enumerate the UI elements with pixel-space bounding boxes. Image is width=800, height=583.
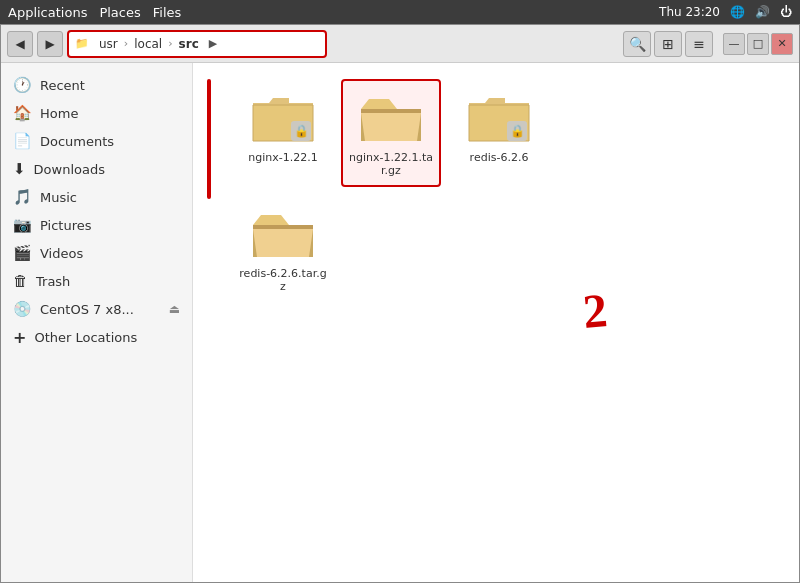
documents-icon: 📄 [13, 132, 32, 150]
pictures-icon: 📷 [13, 216, 32, 234]
sidebar-label-music: Music [40, 190, 77, 205]
system-bar: Applications Places Files Thu 23:20 🌐 🔊 … [0, 0, 800, 24]
sidebar-item-pictures[interactable]: 📷 Pictures [1, 211, 192, 239]
places-menu[interactable]: Places [99, 5, 140, 20]
sidebar-label-documents: Documents [40, 134, 114, 149]
breadcrumb-sep-2: › [168, 37, 172, 50]
downloads-icon: ⬇ [13, 160, 26, 178]
back-button[interactable]: ◀ [7, 31, 33, 57]
folder-icon-nginx-targz [359, 89, 423, 145]
sidebar-item-music[interactable]: 🎵 Music [1, 183, 192, 211]
system-bar-left: Applications Places Files [8, 5, 181, 20]
folder-icon-nginx: 🔒 [251, 89, 315, 145]
sidebar-label-pictures: Pictures [40, 218, 91, 233]
file-item-nginx-targz[interactable]: nginx-1.22.1.tar.gz [341, 79, 441, 187]
file-item-redis-folder[interactable]: 🔒 redis-6.2.6 [449, 79, 549, 187]
breadcrumb-folder-icon[interactable]: 📁 [71, 35, 93, 52]
file-item-nginx-folder[interactable]: 🔒 nginx-1.22.1 [233, 79, 333, 187]
sidebar-item-other-locations[interactable]: + Other Locations [1, 323, 192, 352]
lock-badge-redis: 🔒 [507, 121, 527, 141]
sidebar-label-trash: Trash [36, 274, 70, 289]
system-time: Thu 23:20 [659, 5, 720, 19]
other-locations-icon: + [13, 328, 26, 347]
breadcrumb-usr[interactable]: usr [93, 35, 124, 53]
sidebar-item-trash[interactable]: 🗑 Trash [1, 267, 192, 295]
minimize-button[interactable]: — [723, 33, 745, 55]
sidebar-item-documents[interactable]: 📄 Documents [1, 127, 192, 155]
sidebar-label-downloads: Downloads [34, 162, 105, 177]
network-icon: 🌐 [730, 5, 745, 19]
file-manager-window: ◀ ▶ 📁 usr › local › src ▶ 🔍 ⊞ ≡ — □ ✕ [0, 24, 800, 583]
breadcrumb-bar: 📁 usr › local › src ▶ [67, 30, 327, 58]
files-grid: 🔒 nginx-1.22.1 [209, 79, 783, 303]
centos-icon: 💿 [13, 300, 32, 318]
folder-icon-redis: 🔒 [467, 89, 531, 145]
file-label-redis-targz: redis-6.2.6.tar.gz [239, 267, 327, 293]
sidebar-item-centos[interactable]: 💿 CentOS 7 x8... ⏏ [1, 295, 192, 323]
app-menu[interactable]: Applications [8, 5, 87, 20]
eject-icon[interactable]: ⏏ [169, 302, 180, 316]
sidebar-item-home[interactable]: 🏠 Home [1, 99, 192, 127]
toolbar: ◀ ▶ 📁 usr › local › src ▶ 🔍 ⊞ ≡ — □ ✕ [1, 25, 799, 63]
file-label-redis-folder: redis-6.2.6 [470, 151, 529, 164]
breadcrumb-more-icon[interactable]: ▶ [205, 35, 221, 52]
search-button[interactable]: 🔍 [623, 31, 651, 57]
volume-icon: 🔊 [755, 5, 770, 19]
breadcrumb-local[interactable]: local [128, 35, 168, 53]
sidebar-item-recent[interactable]: 🕐 Recent [1, 71, 192, 99]
sidebar-label-other-locations: Other Locations [34, 330, 137, 345]
toolbar-right: 🔍 ⊞ ≡ [623, 31, 713, 57]
lock-badge: 🔒 [291, 121, 311, 141]
sidebar-item-downloads[interactable]: ⬇ Downloads [1, 155, 192, 183]
sidebar-item-videos[interactable]: 🎬 Videos [1, 239, 192, 267]
file-area: 2 [193, 63, 799, 582]
window-controls: — □ ✕ [723, 33, 793, 55]
sidebar-label-recent: Recent [40, 78, 85, 93]
annotation-line [207, 79, 211, 199]
folder-icon-redis-targz [251, 205, 315, 261]
power-icon[interactable]: ⏻ [780, 5, 792, 19]
breadcrumb-src[interactable]: src [173, 35, 205, 53]
file-label-nginx-targz: nginx-1.22.1.tar.gz [347, 151, 435, 177]
file-label-nginx-folder: nginx-1.22.1 [248, 151, 317, 164]
view-grid-button[interactable]: ⊞ [654, 31, 682, 57]
music-icon: 🎵 [13, 188, 32, 206]
system-bar-right: Thu 23:20 🌐 🔊 ⏻ [659, 5, 792, 19]
home-icon: 🏠 [13, 104, 32, 122]
sidebar-label-videos: Videos [40, 246, 83, 261]
main-area: 🕐 Recent 🏠 Home 📄 Documents ⬇ Downloads … [1, 63, 799, 582]
videos-icon: 🎬 [13, 244, 32, 262]
sidebar-label-centos: CentOS 7 x8... [40, 302, 134, 317]
file-item-redis-targz[interactable]: redis-6.2.6.tar.gz [233, 195, 333, 303]
sidebar: 🕐 Recent 🏠 Home 📄 Documents ⬇ Downloads … [1, 63, 193, 582]
files-menu[interactable]: Files [153, 5, 182, 20]
maximize-button[interactable]: □ [747, 33, 769, 55]
sidebar-label-home: Home [40, 106, 78, 121]
recent-icon: 🕐 [13, 76, 32, 94]
view-list-button[interactable]: ≡ [685, 31, 713, 57]
trash-icon: 🗑 [13, 272, 28, 290]
forward-button[interactable]: ▶ [37, 31, 63, 57]
close-button[interactable]: ✕ [771, 33, 793, 55]
